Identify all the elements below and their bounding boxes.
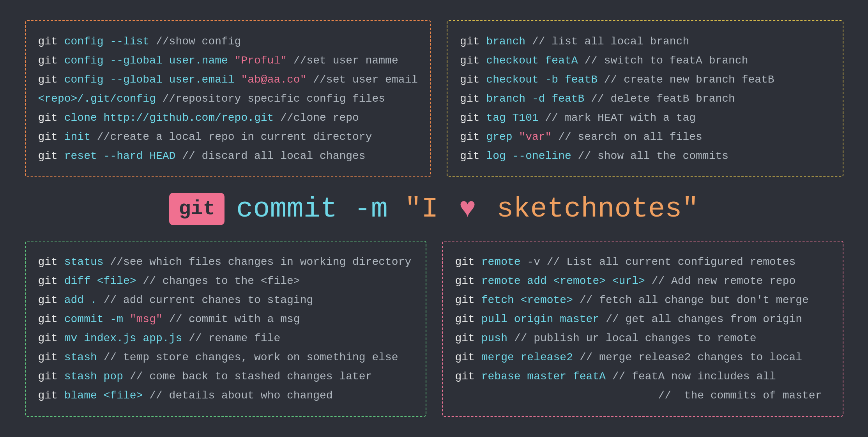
code-line: git config --list //show config xyxy=(38,32,418,51)
main-layout: git config --list //show configgit confi… xyxy=(25,20,843,417)
code-line: git pull origin master // get all change… xyxy=(455,310,830,329)
code-line: git clone http://github.com/repo.git //c… xyxy=(38,108,418,127)
code-line: git blame <file> // details about who ch… xyxy=(38,386,413,405)
code-line: git log --oneline // show all the commit… xyxy=(460,146,830,166)
code-line: git tag T101 // mark HEAT with a tag xyxy=(460,108,830,127)
heart-icon: ♥ xyxy=(459,193,476,225)
code-line: git remote -v // List all current config… xyxy=(455,252,830,271)
commit-line: commit -m "I ♥ sketchnotes" xyxy=(236,193,699,225)
code-line: <repo>/.git/config //repository specific… xyxy=(38,89,418,108)
code-line: // the commits of master xyxy=(455,386,830,405)
code-line: git grep "var" // search on all files xyxy=(460,127,830,146)
code-line: git checkout -b featB // create new bran… xyxy=(460,70,830,89)
code-line: git config --global user.email "ab@aa.co… xyxy=(38,70,418,89)
sketchnotes-text: sketchnotes" xyxy=(480,193,699,225)
top-row: git config --list //show configgit confi… xyxy=(25,20,843,177)
code-line: git add . // add current chanes to stagi… xyxy=(38,291,413,310)
panel-branch: git branch // list all local branchgit c… xyxy=(447,20,843,177)
code-line: git remote add <remote> <url> // Add new… xyxy=(455,271,830,291)
code-line: git config --global user.name "Proful" /… xyxy=(38,51,418,70)
code-line: git mv index.js app.js // rename file xyxy=(38,329,413,348)
code-line: git branch // list all local branch xyxy=(460,32,830,51)
panel-status: git status //see which files changes in … xyxy=(25,241,426,417)
code-line: git diff <file> // changes to the <file> xyxy=(38,271,413,291)
git-badge: git xyxy=(169,193,225,225)
code-line: git checkout featA // switch to featA br… xyxy=(460,51,830,70)
code-line: git branch -d featB // delete featB bran… xyxy=(460,89,830,108)
code-line: git push // publish ur local changes to … xyxy=(455,329,830,348)
panel-remote: git remote -v // List all current config… xyxy=(442,241,843,417)
panel-config: git config --list //show configgit confi… xyxy=(25,20,431,177)
bottom-row: git status //see which files changes in … xyxy=(25,241,843,417)
code-line: git status //see which files changes in … xyxy=(38,252,413,271)
center-section: git commit -m "I ♥ sketchnotes" xyxy=(25,189,843,229)
code-line: git stash // temp store changes, work on… xyxy=(38,348,413,367)
code-line: git rebase master featA // featA now inc… xyxy=(455,367,830,386)
code-line: git stash pop // come back to stashed ch… xyxy=(38,367,413,386)
code-line: git commit -m "msg" // commit with a msg xyxy=(38,310,413,329)
quote-open: "I xyxy=(405,193,455,225)
code-line: git reset --hard HEAD // discard all loc… xyxy=(38,146,418,166)
code-line: git init //create a local repo in curren… xyxy=(38,127,418,146)
code-line: git merge release2 // merge release2 cha… xyxy=(455,348,830,367)
commit-cmd: commit -m xyxy=(236,193,405,225)
code-line: git fetch <remote> // fetch all change b… xyxy=(455,291,830,310)
